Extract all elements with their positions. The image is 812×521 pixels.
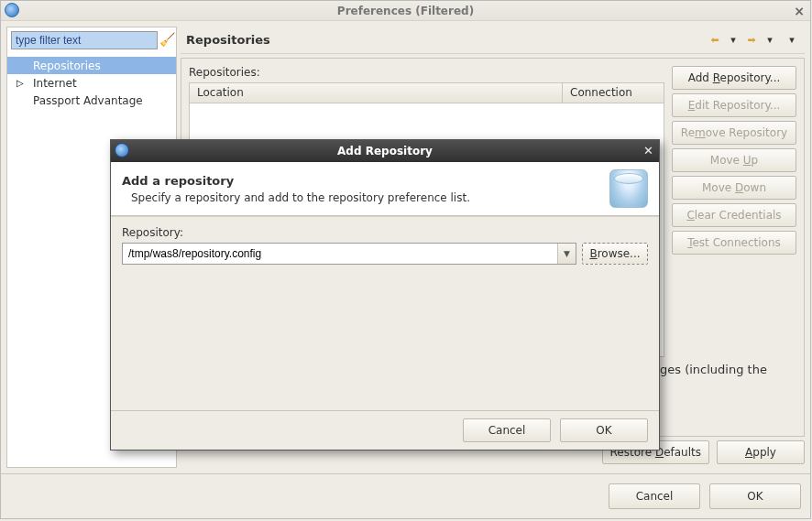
sidebar-item-label: Passport Advantage	[33, 94, 143, 107]
nav-forward-icon[interactable]: ➡	[744, 33, 759, 48]
window-titlebar: Preferences (Filtered) ×	[1, 1, 810, 21]
sidebar-item-passport-advantage[interactable]: Passport Advantage	[7, 92, 176, 109]
remove-repository-button: Remove Repository	[672, 121, 796, 145]
dialog-ok-button[interactable]: OK	[560, 418, 648, 442]
sidebar-item-repositories[interactable]: Repositories	[7, 57, 176, 74]
repository-field-label: Repository:	[122, 226, 648, 239]
dialog-heading: Add a repository	[122, 174, 609, 188]
bottom-bar: Cancel OK	[1, 473, 810, 518]
panel-header: Repositories ⬅ ▾ ➡ ▾ ▾	[181, 27, 805, 54]
cancel-button[interactable]: Cancel	[609, 483, 700, 509]
dialog-app-icon	[115, 143, 129, 157]
dialog-footer: Cancel OK	[111, 410, 659, 450]
nav-forward-menu-icon[interactable]: ▾	[763, 33, 777, 48]
nav-back-menu-icon[interactable]: ▾	[726, 33, 741, 48]
database-icon	[609, 169, 648, 208]
repositories-label: Repositories:	[189, 66, 664, 79]
app-icon	[5, 3, 19, 17]
add-repository-button[interactable]: Add Repository...	[672, 66, 796, 90]
column-location[interactable]: Location	[190, 83, 563, 103]
test-connections-button: Test Connections	[672, 231, 796, 255]
clear-credentials-button: Clear Credentials	[672, 203, 796, 227]
edit-repository-button: Edit Repository...	[672, 93, 796, 117]
column-connection[interactable]: Connection	[563, 83, 664, 103]
apply-button[interactable]: Apply	[717, 440, 805, 464]
dialog-title: Add Repository	[337, 145, 433, 157]
dropdown-icon[interactable]: ▼	[557, 244, 576, 264]
repository-combo[interactable]: ▼	[122, 243, 576, 265]
dialog-header: Add a repository Specify a repository an…	[111, 162, 659, 216]
view-menu-icon[interactable]: ▾	[785, 33, 799, 48]
move-down-button: Move Down	[672, 176, 796, 200]
expand-icon[interactable]: ▷	[16, 78, 24, 88]
filter-input[interactable]	[11, 31, 158, 49]
sidebar-item-label: Repositories	[33, 60, 101, 72]
repository-input[interactable]	[123, 244, 557, 264]
dialog-header-text: Add a repository Specify a repository an…	[122, 174, 609, 204]
dialog-cancel-button[interactable]: Cancel	[463, 418, 551, 442]
nav-back-icon[interactable]: ⬅	[708, 33, 722, 48]
add-repository-dialog: Add Repository ✕ Add a repository Specif…	[110, 139, 660, 450]
repository-field-row: ▼ Browse...	[122, 243, 648, 265]
sidebar-item-internet[interactable]: ▷ Internet	[7, 74, 176, 92]
dialog-body: Repository: ▼ Browse...	[111, 216, 659, 410]
page-title: Repositories	[186, 33, 270, 47]
browse-button[interactable]: Browse...	[582, 243, 648, 265]
table-header-row: Location Connection	[190, 83, 664, 103]
clear-filter-icon[interactable]: 🧹	[159, 31, 175, 48]
category-tree: Repositories ▷ Internet Passport Advanta…	[7, 53, 176, 109]
move-up-button: Move Up	[672, 148, 796, 172]
dialog-titlebar: Add Repository ✕	[111, 140, 659, 162]
dialog-close-icon[interactable]: ✕	[643, 144, 653, 157]
truncated-option-text: ges (including the	[660, 363, 767, 376]
ok-button[interactable]: OK	[709, 483, 801, 509]
sidebar-item-label: Internet	[33, 77, 77, 90]
filter-row: 🧹	[7, 27, 176, 53]
close-icon[interactable]: ×	[794, 4, 805, 18]
window-title: Preferences (Filtered)	[337, 5, 474, 17]
dialog-subheading: Specify a repository and add to the repo…	[131, 191, 609, 204]
